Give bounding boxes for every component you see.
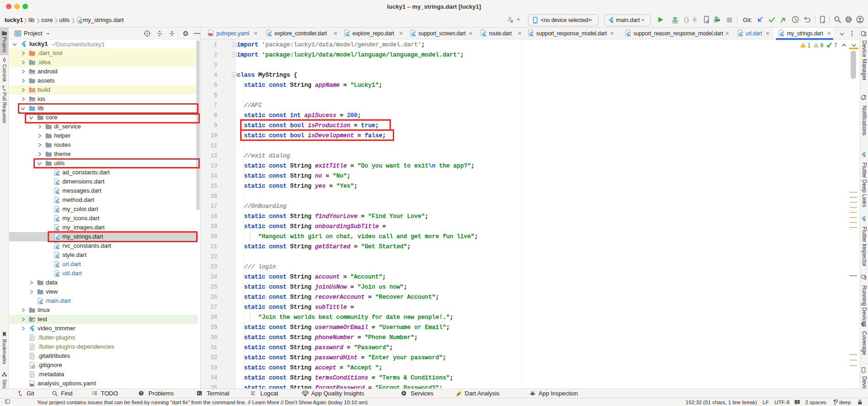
svg-text:YML: YML (208, 33, 213, 36)
svg-text:YML: YML (29, 384, 34, 386)
